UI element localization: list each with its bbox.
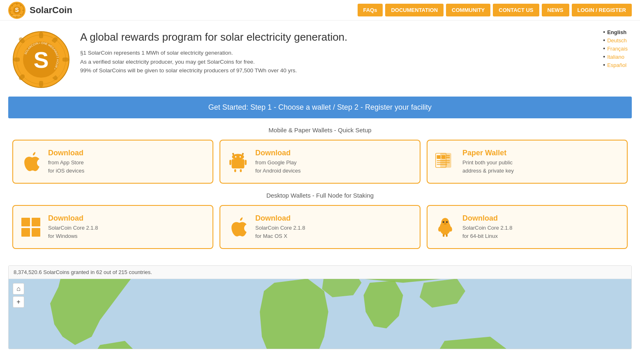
linux-wallet-line1: SolarCoin Core 2.1.8 (462, 224, 512, 232)
ios-wallet-line2: for iOS devices (48, 167, 84, 175)
mac-wallet-line2: for Mac OS X (255, 232, 305, 240)
mac-wallet-title: Download (255, 214, 305, 223)
hero-line3: 99% of SolarCoins will be given to solar… (80, 66, 628, 75)
svg-rect-52 (441, 164, 447, 165)
android-wallet-card[interactable]: Download from Google Play for Android de… (219, 140, 421, 184)
hero-line1: §1 SolarCoin represents 1 MWh of solar e… (80, 48, 628, 58)
linux-wallet-card[interactable]: Download SolarCoin Core 2.1.8 for 64-bit… (427, 205, 628, 249)
header: S ONE MEGAWATT HOUR SolarCoin FAQs DOCUM… (0, 0, 640, 21)
android-wallet-info: Download from Google Play for Android de… (255, 149, 301, 175)
nav-documentation[interactable]: DOCUMENTATION (385, 4, 444, 16)
map-section: 8,374,520.6 SolarCoins granted in 62 out… (8, 265, 632, 349)
wallets-section: Mobile & Paper Wallets - Quick Setup Dow… (0, 118, 640, 265)
logo-area: S ONE MEGAWATT HOUR SolarCoin (8, 2, 358, 19)
svg-rect-40 (437, 155, 440, 159)
map-stats: 8,374,520.6 SolarCoins granted in 62 out… (9, 266, 631, 279)
hero-line2: As a verified solar electricity producer… (80, 58, 628, 67)
svg-rect-3 (10, 9, 12, 11)
apple-icon (19, 152, 42, 172)
ios-wallet-card[interactable]: Download from App Store for iOS devices (12, 140, 213, 184)
site-title: SolarCoin (30, 5, 72, 16)
svg-rect-29 (245, 160, 247, 165)
svg-point-59 (441, 223, 448, 233)
windows-wallet-line1: SolarCoin Core 2.1.8 (48, 224, 98, 232)
lang-francais[interactable]: Français (603, 45, 628, 52)
svg-text:ONE MEGAWATT HOUR: ONE MEGAWATT HOUR (12, 15, 22, 16)
android-wallet-line2: for Android devices (255, 167, 301, 175)
get-started-banner[interactable]: Get Started: Step 1 - Choose a wallet / … (8, 97, 632, 118)
svg-text:S: S (34, 47, 49, 73)
svg-rect-31 (240, 169, 242, 172)
svg-rect-28 (229, 160, 231, 165)
ios-wallet-info: Download from App Store for iOS devices (48, 149, 84, 175)
mac-wallet-line1: SolarCoin Core 2.1.8 (255, 224, 305, 232)
desktop-wallets-title: Desktop Wallets - Full Node for Staking (12, 192, 628, 199)
svg-point-60 (442, 221, 444, 223)
svg-rect-56 (32, 228, 40, 237)
nav-faqs[interactable]: FAQs (358, 4, 383, 16)
svg-rect-4 (22, 9, 24, 11)
svg-rect-54 (32, 218, 40, 226)
hero-text: A global rewards program for solar elect… (80, 31, 628, 88)
svg-rect-1 (16, 3, 18, 5)
paper-wallet-card[interactable]: Paper Wallet Print both your public addr… (427, 140, 628, 184)
svg-point-33 (235, 156, 236, 157)
hero-section: S SOLARCOIN • ONE MEGAWATT HOUR • A glob… (0, 21, 640, 97)
svg-rect-47 (441, 155, 445, 159)
svg-rect-65 (443, 234, 444, 237)
mobile-wallets-title: Mobile & Paper Wallets - Quick Setup (12, 127, 628, 134)
nav-contact[interactable]: CONTACT US (493, 4, 539, 16)
lang-espanol[interactable]: Español (603, 62, 628, 68)
svg-rect-15 (39, 32, 43, 39)
ios-wallet-line1: from App Store (48, 159, 84, 167)
android-wallet-title: Download (255, 149, 301, 157)
map-home-button[interactable]: ⌂ (13, 283, 24, 295)
lang-deutsch[interactable]: Deutsch (603, 37, 628, 44)
map-controls: ⌂ + (13, 283, 24, 308)
svg-point-62 (444, 223, 446, 224)
nav-news[interactable]: NEWS (542, 4, 569, 16)
paper-wallet-info: Paper Wallet Print both your public addr… (462, 149, 514, 175)
svg-rect-48 (446, 155, 450, 156)
svg-rect-55 (21, 228, 30, 237)
svg-point-61 (446, 221, 448, 223)
svg-rect-49 (446, 157, 450, 158)
ios-wallet-title: Download (48, 149, 84, 157)
windows-wallet-info: Download SolarCoin Core 2.1.8 for Window… (48, 214, 98, 240)
paper-wallet-line1: Print both your public (462, 159, 514, 167)
nav-login[interactable]: LOGIN / REGISTER (572, 4, 632, 16)
windows-icon (19, 217, 42, 237)
paper-wallet-title: Paper Wallet (462, 149, 514, 157)
lang-italiano[interactable]: Italiano (603, 53, 628, 60)
svg-rect-51 (441, 162, 450, 163)
hero-logo: S SOLARCOIN • ONE MEGAWATT HOUR • (12, 31, 70, 88)
svg-rect-16 (39, 81, 43, 87)
svg-point-37 (232, 153, 234, 154)
svg-text:S: S (15, 7, 18, 13)
linux-icon (434, 217, 456, 237)
svg-point-38 (242, 153, 244, 154)
lang-english[interactable]: English (603, 29, 628, 35)
site-logo: S ONE MEGAWATT HOUR (8, 2, 25, 19)
paper-wallet-icon (434, 152, 456, 172)
svg-rect-27 (231, 159, 244, 168)
mac-wallet-card[interactable]: Download SolarCoin Core 2.1.8 for Mac OS… (219, 205, 421, 249)
svg-rect-66 (446, 234, 447, 237)
mac-wallet-info: Download SolarCoin Core 2.1.8 for Mac OS… (255, 214, 305, 240)
desktop-wallet-grid: Download SolarCoin Core 2.1.8 for Window… (12, 205, 628, 249)
svg-rect-30 (234, 169, 236, 172)
svg-rect-53 (21, 218, 30, 226)
hero-headline: A global rewards program for solar elect… (80, 31, 628, 44)
android-wallet-line1: from Google Play (255, 159, 301, 167)
map-container: ⌂ + (9, 279, 631, 349)
svg-rect-17 (14, 58, 20, 62)
mobile-wallet-grid: Download from App Store for iOS devices (12, 140, 628, 184)
linux-wallet-line2: for 64-bit Linux (462, 232, 512, 240)
windows-wallet-card[interactable]: Download SolarCoin Core 2.1.8 for Window… (12, 205, 213, 249)
map-zoom-in-button[interactable]: + (13, 296, 24, 308)
android-icon (226, 152, 249, 172)
language-selector: English Deutsch Français Italiano Españo… (603, 29, 628, 70)
nav-community[interactable]: COMMUNITY (446, 4, 490, 16)
linux-wallet-info: Download SolarCoin Core 2.1.8 for 64-bit… (462, 214, 512, 240)
windows-wallet-line2: for Windows (48, 232, 98, 240)
